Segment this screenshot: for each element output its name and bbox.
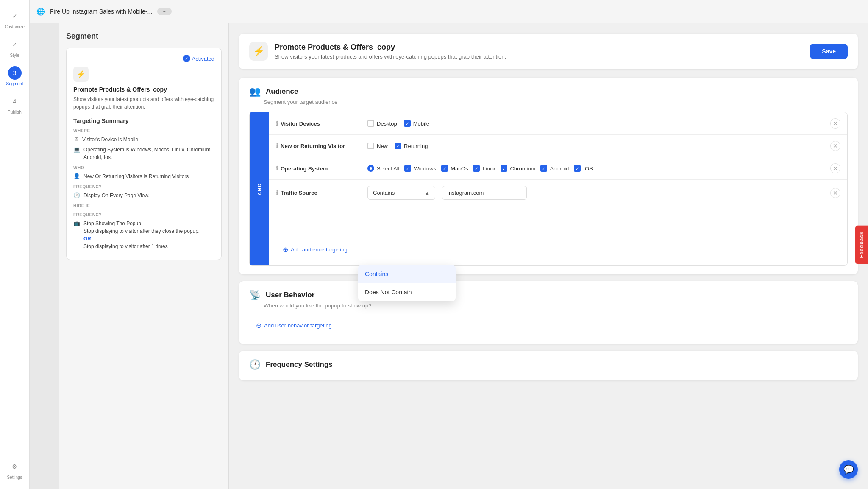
operating-system-controls: Select All ✓ Windows ✓ MacOs ✓ [367,165,823,172]
mobile-label: Mobile [413,120,429,127]
info-icon: ℹ [276,165,278,172]
new-checkbox[interactable]: New [367,143,388,149]
checkbox-checked[interactable]: ✓ [404,120,411,127]
top-bar: 🌐 Fire Up Instagram Sales with Mobile-..… [30,0,868,23]
and-label: AND [257,183,262,196]
traffic-source-text: Traffic Source [281,190,317,196]
frequency-label: FREQUENCY [73,184,214,189]
header-desc: Show visitors your latest products and o… [275,53,803,60]
sidebar-item-style[interactable]: ✓ Style [0,34,29,62]
add-audience-targeting-link[interactable]: ⊕ Add audience targeting [276,240,840,260]
os-icon: 💻 [73,146,80,153]
returning-checkbox[interactable]: ✓ Returning [395,143,428,149]
hide-if-label: Hide if [73,204,214,208]
select-all-radio[interactable]: Select All [367,165,399,172]
linux-checkbox[interactable]: ✓ Linux [473,165,495,172]
plus-icon: ⊕ [256,321,262,330]
feedback-tab[interactable]: Feedback [855,225,868,264]
windows-checkbox[interactable]: ✓ Windows [404,165,436,172]
campaign-header-card: ⚡ Promote Products & Offers_copy Show vi… [239,34,858,69]
user-behavior-subtitle: When would you like the popup to show up… [264,302,848,309]
visitor-devices-row: ℹ Visitor Devices Desktop ✓ Mobile [269,112,847,135]
returning-label: Returning [404,143,428,149]
checkbox-checked[interactable]: ✓ [501,165,507,172]
checkbox-unchecked[interactable] [367,120,374,127]
chromium-checkbox[interactable]: ✓ Chromium [501,165,535,172]
ios-label: IOS [583,165,593,172]
targeting-text: Stop Showing The Popup:Stop displaying t… [83,220,200,250]
sidebar: ✓ Customize ✓ Style 3 Segment 4 Publish … [0,0,30,489]
add-audience-label: Add audience targeting [291,246,348,253]
checkbox-checked[interactable]: ✓ [395,143,401,149]
audience-icon: 👥 [249,86,261,97]
new-returning-row: ℹ New or Returning Visitor New ✓ Returni… [269,135,847,157]
targeting-text: Visitor's Device is Mobile, [82,136,139,143]
sidebar-item-segment[interactable]: 3 Segment [0,62,29,90]
checkbox-checked[interactable]: ✓ [473,165,480,172]
delete-os-button[interactable]: ✕ [830,163,840,173]
sidebar-item-label: Customize [5,25,25,29]
targeting-row: 💻 Operating System is Windows, Macos, Li… [73,146,214,161]
delete-visitor-devices-button[interactable]: ✕ [830,118,840,129]
traffic-source-row: ℹ Traffic Source Contains ▲ ✕ [269,180,847,206]
lightning-icon: ⚡ [73,67,89,82]
dropdown-value: Contains [373,190,395,196]
checkbox-checked[interactable]: ✓ [441,165,448,172]
audience-title: Audience [266,87,298,96]
campaign-name: Promote Products & Offers_copy [73,86,214,93]
contains-dropdown[interactable]: Contains ▲ [367,186,435,200]
checkbox-checked[interactable]: ✓ [404,165,411,172]
mobile-checkbox[interactable]: ✓ Mobile [404,120,429,127]
segment-icon: 3 [8,66,22,80]
info-icon: ℹ [276,120,278,127]
traffic-source-label: ℹ Traffic Source [276,190,361,196]
segment-panel-title: Segment [66,32,222,41]
and-bar: AND [250,112,269,265]
top-bar-pill[interactable]: ··· [157,8,172,15]
macos-checkbox[interactable]: ✓ MacOs [441,165,468,172]
ios-checkbox[interactable]: ✓ IOS [574,165,593,172]
visitor-icon: 👤 [73,173,80,179]
targeting-text: Display On Every Page View. [83,192,150,199]
delete-traffic-source-button[interactable]: ✕ [830,188,840,198]
delete-new-returning-button[interactable]: ✕ [830,141,840,151]
select-all-label: Select All [377,165,399,172]
chevron-up-icon: ▲ [425,190,430,196]
frequency-icon: 🕐 [249,359,261,370]
targeting-text: Operating System is Windows, Macos, Linu… [83,146,214,161]
sidebar-item-label: Publish [8,110,22,115]
checkbox-checked[interactable]: ✓ [574,165,581,172]
does-not-contain-option[interactable]: Does Not Contain [358,283,456,301]
radio-checked[interactable] [367,165,374,172]
sidebar-item-settings[interactable]: ⚙ Settings [0,455,29,484]
traffic-source-input[interactable] [442,186,527,200]
desktop-label: Desktop [377,120,397,127]
traffic-source-controls: Contains ▲ [367,186,823,200]
desktop-checkbox[interactable]: Desktop [367,120,397,127]
header-title: Promote Products & Offers_copy [275,43,803,52]
customize-icon: ✓ [8,9,22,23]
save-button[interactable]: Save [810,44,848,59]
checkbox-checked[interactable]: ✓ [540,165,547,172]
audience-subtitle: Segment your target audience [264,99,848,105]
chat-button[interactable]: 💬 [839,460,858,479]
page-title: Fire Up Instagram Sales with Mobile-... [50,8,152,15]
sidebar-item-customize[interactable]: ✓ Customize [0,5,29,34]
traffic-source-section: ℹ Traffic Source Contains ▲ ✕ [269,180,847,265]
who-label: WHO [73,165,214,170]
user-behavior-section: 📡 User Behavior When would you like the … [239,281,858,344]
visitor-devices-label: ℹ Visitor Devices [276,120,361,127]
audience-section: 👥 Audience Segment your target audience … [239,78,858,274]
linux-label: Linux [482,165,495,172]
style-icon: ✓ [8,38,22,51]
sidebar-item-label: Style [10,53,19,58]
campaign-card: ✓ Activated ⚡ Promote Products & Offers_… [66,48,222,260]
device-icon: 🖥 [73,136,79,143]
targeting-row: 🕐 Display On Every Page View. [73,192,214,199]
plus-icon: ⊕ [283,246,288,254]
android-checkbox[interactable]: ✓ Android [540,165,569,172]
contains-option[interactable]: Contains [358,265,456,283]
add-user-behavior-link[interactable]: ⊕ Add user behavior targeting [249,316,848,335]
sidebar-item-publish[interactable]: 4 Publish [0,90,29,119]
checkbox-unchecked[interactable] [367,143,374,149]
